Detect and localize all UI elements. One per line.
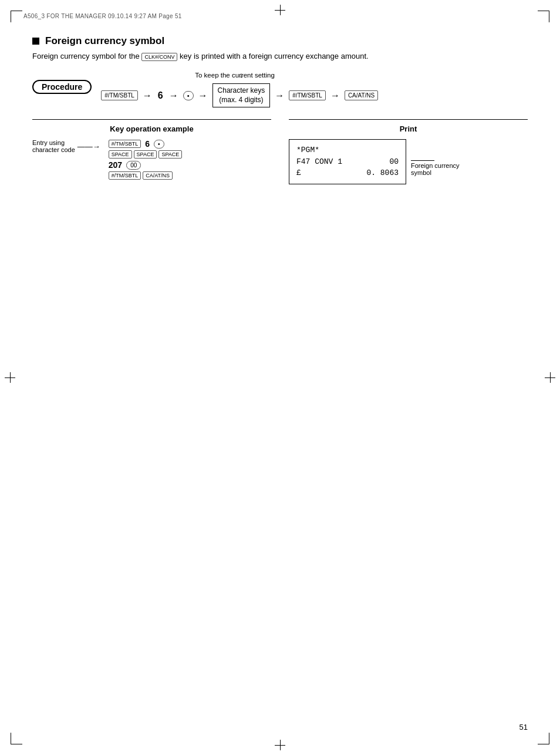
kr1-key1: #/TM/SBTL — [109, 140, 141, 148]
arrow-5: → — [330, 90, 340, 101]
header-meta: A506_3 FOR THE MANAGER 09.10.14 9:27 AM … — [23, 13, 182, 19]
cross-mark-right — [545, 372, 555, 383]
corner-mark-tl — [11, 11, 22, 22]
two-col-section: Key operation example Entry using charac… — [32, 119, 528, 184]
key-row-3: 207 00 — [109, 160, 141, 170]
main-content: Foreign currency symbol Foreign currency… — [32, 35, 528, 184]
arrow-2: → — [169, 90, 178, 101]
annotation-line — [411, 160, 434, 161]
print-line3-right: 0. 8063 — [366, 167, 399, 179]
page-number: 51 — [519, 723, 528, 732]
kr2-space3: SPACE — [158, 150, 182, 159]
print-col: Print *PGM* F47 CONV 1 00 £ 0. 8063 Fore… — [289, 119, 528, 184]
kr3-num: 207 — [109, 160, 122, 170]
print-receipt: *PGM* F47 CONV 1 00 £ 0. 8063 — [289, 139, 406, 184]
keep-label: To keep the current setting — [195, 72, 275, 79]
bullet-icon — [32, 38, 39, 45]
kr2-space2: SPACE — [134, 150, 157, 159]
cross-mark-top — [275, 5, 285, 15]
key-op-content: Entry using character code ——→ #/TM/SBTL… — [32, 139, 271, 180]
procedure-badge: Procedure — [32, 80, 92, 94]
key-operation-col: Key operation example Entry using charac… — [32, 119, 271, 184]
hash-tm-sbtl-key-1: #/TM/SBTL — [101, 90, 138, 100]
key-row-1: #/TM/SBTL 6 • — [109, 139, 164, 149]
print-right-col: *PGM* F47 CONV 1 00 £ 0. 8063 Foreign cu… — [289, 139, 528, 184]
char-keys-line1: Character keys — [218, 86, 265, 96]
annotation-area: Foreign currency symbol — [411, 157, 460, 176]
down-arrow-keep: ↓ — [239, 70, 244, 79]
kr2-space1: SPACE — [109, 150, 132, 159]
print-line1: *PGM* — [296, 144, 399, 156]
subtitle-before: Foreign currency symbol for the — [32, 52, 140, 60]
kr1-six: 6 — [145, 139, 150, 149]
cross-mark-left — [5, 372, 15, 383]
key-op-header: Key operation example — [32, 124, 271, 133]
kr4-key1: #/TM/SBTL — [109, 171, 141, 180]
print-line2: F47 CONV 1 00 — [296, 156, 399, 168]
char-keys-line2: (max. 4 digits) — [218, 96, 265, 105]
char-keys-box: Character keys (max. 4 digits) — [212, 83, 271, 107]
hash-tm-sbtl-key-2: #/TM/SBTL — [289, 90, 326, 100]
six-label: 6 — [158, 90, 163, 101]
cross-mark-bottom — [275, 740, 285, 750]
kr4-key2: CA/AT/NS — [143, 171, 173, 180]
key-row-4: #/TM/SBTL CA/AT/NS — [109, 171, 173, 180]
section-title: Foreign currency symbol — [32, 35, 528, 47]
entry-label: Entry using character code ——→ — [32, 139, 103, 153]
kr1-bullet: • — [154, 140, 164, 149]
corner-mark-br — [538, 733, 549, 744]
section-title-text: Foreign currency symbol — [45, 35, 164, 47]
corner-mark-bl — [11, 733, 22, 744]
key-sequence: #/TM/SBTL 6 • SPACE SPACE SPACE 207 00 — [109, 139, 183, 180]
kr3-key: 00 — [126, 161, 141, 170]
key-row-2: SPACE SPACE SPACE — [109, 150, 183, 159]
clk-conv-key: CLK#/CONV — [141, 53, 177, 61]
print-header: Print — [289, 124, 528, 133]
subtitle: Foreign currency symbol for the CLK#/CON… — [32, 52, 528, 61]
arrow-4: → — [275, 90, 284, 101]
print-line2-left: F47 CONV 1 — [296, 156, 342, 168]
arrow-3: → — [198, 90, 208, 101]
annotation-text: Foreign currency symbol — [411, 162, 460, 176]
print-line2-right: 00 — [389, 156, 399, 168]
arrow-1: → — [143, 90, 152, 101]
subtitle-after: key is printed with a foreign currency e… — [180, 52, 369, 60]
print-line3-left: £ — [296, 167, 301, 179]
entry-arrow: ——→ — [77, 142, 100, 151]
bullet-key: • — [183, 91, 194, 100]
print-line3: £ 0. 8063 — [296, 167, 399, 179]
ca-at-ns-key: CA/AT/NS — [345, 90, 378, 100]
corner-mark-tr — [538, 11, 549, 22]
